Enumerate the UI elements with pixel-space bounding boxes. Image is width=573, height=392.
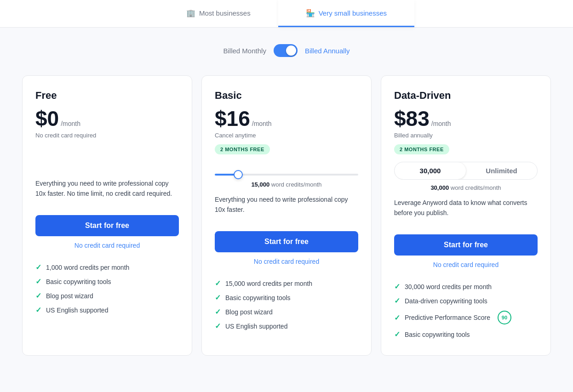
dd-feature-4: ✓ Basic copywriting tools	[394, 327, 538, 341]
data-driven-price-amount: $83	[394, 108, 430, 129]
free-features-list: ✓ 1,000 word credits per month ✓ Basic c…	[35, 260, 179, 317]
dd-feature-4-text: Basic copywriting tools	[405, 331, 470, 338]
free-feature-4-text: US English supported	[46, 307, 108, 314]
check-icon-1: ✓	[35, 263, 41, 272]
check-icon-d4: ✓	[394, 330, 400, 339]
basic-price-note: Cancel anytime	[215, 132, 358, 139]
data-driven-cta-button[interactable]: Start for free	[394, 234, 538, 256]
check-icon-d3: ✓	[394, 313, 400, 322]
free-feature-4: ✓ US English supported	[35, 303, 179, 317]
basic-feature-1-text: 15,000 word credits per month	[225, 280, 312, 287]
free-plan-name: Free	[35, 90, 179, 102]
billed-annually-label: Billed Annually	[305, 47, 350, 55]
check-icon-d1: ✓	[394, 282, 400, 291]
slider-value: 15,000	[251, 181, 269, 188]
check-icon-d2: ✓	[394, 296, 400, 305]
basic-price-period: /month	[252, 120, 272, 127]
basic-feature-3: ✓ Blog post wizard	[215, 305, 358, 319]
tab-very-small-businesses-label: Very small businesses	[319, 9, 387, 17]
billed-monthly-label: Billed Monthly	[223, 47, 266, 55]
check-icon-b3: ✓	[215, 307, 221, 316]
check-icon-3: ✓	[35, 291, 41, 300]
free-price-amount: $0	[35, 108, 59, 129]
dd-feature-1-text: 30,000 word credits per month	[405, 283, 492, 290]
data-driven-badge: 2 MONTHS FREE	[394, 144, 449, 154]
page-container: 🏢 Most businesses 🏪 Very small businesse…	[0, 0, 573, 374]
credit-btn-30k[interactable]: 30,000	[395, 162, 466, 179]
basic-feature-4: ✓ US English supported	[215, 319, 358, 333]
tab-most-businesses[interactable]: 🏢 Most businesses	[159, 0, 278, 27]
dd-feature-2-text: Data-driven copywriting tools	[405, 297, 487, 305]
basic-feature-2-text: Basic copywriting tools	[225, 294, 291, 301]
data-driven-price-row: $83 /month	[394, 108, 538, 129]
tab-very-small-businesses[interactable]: 🏪 Very small businesses	[278, 0, 414, 27]
free-feature-2-text: Basic copywriting tools	[46, 278, 111, 285]
data-driven-credits-label: 30,000 word credits/month	[394, 184, 538, 191]
check-icon-b1: ✓	[215, 279, 221, 288]
slider-label: 15,000 word credits/month	[215, 181, 358, 188]
data-driven-plan-card: Data-Driven $83 /month Billed annually 2…	[381, 75, 551, 356]
free-price-spacer	[35, 144, 179, 172]
check-icon-b2: ✓	[215, 293, 221, 302]
basic-price-amount: $16	[215, 108, 250, 129]
credits-slider[interactable]	[215, 174, 358, 176]
check-icon-2: ✓	[35, 277, 41, 286]
free-feature-3-text: Blog post wizard	[46, 292, 93, 300]
basic-feature-2: ✓ Basic copywriting tools	[215, 290, 358, 305]
cards-container: Free $0 /month No credit card required E…	[0, 71, 573, 374]
basic-plan-description: Everything you need to write professiona…	[215, 194, 358, 220]
dd-feature-3: ✓ Predictive Performance Score 90	[394, 308, 538, 327]
tab-bar: 🏢 Most businesses 🏪 Very small businesse…	[0, 0, 573, 28]
free-no-cc-link[interactable]: No credit card required	[35, 242, 179, 249]
billing-toggle[interactable]	[274, 44, 298, 57]
data-driven-plan-description: Leverage Anyword data to know what conve…	[394, 198, 538, 223]
data-driven-credits-sublabel: word credits/month	[451, 184, 501, 191]
data-driven-plan-name: Data-Driven	[394, 90, 538, 102]
basic-badge: 2 MONTHS FREE	[215, 144, 270, 154]
credit-selector: 30,000 Unlimited	[394, 162, 538, 180]
free-plan-description: Everything you need to write professiona…	[35, 178, 179, 204]
toggle-knob	[286, 45, 296, 56]
data-driven-features-list: ✓ 30,000 word credits per month ✓ Data-d…	[394, 279, 538, 341]
slider-container	[215, 169, 358, 177]
dd-feature-1: ✓ 30,000 word credits per month	[394, 279, 538, 294]
basic-feature-3-text: Blog post wizard	[225, 308, 273, 316]
dd-feature-2: ✓ Data-driven copywriting tools	[394, 294, 538, 308]
very-small-businesses-icon: 🏪	[306, 8, 315, 17]
free-feature-1: ✓ 1,000 word credits per month	[35, 260, 179, 274]
free-price-row: $0 /month	[35, 108, 179, 129]
free-feature-3: ✓ Blog post wizard	[35, 289, 179, 303]
data-driven-credits-value: 30,000	[430, 184, 449, 191]
free-feature-1-text: 1,000 word credits per month	[46, 264, 129, 271]
most-businesses-icon: 🏢	[186, 8, 195, 17]
free-feature-2: ✓ Basic copywriting tools	[35, 274, 179, 289]
free-cta-button[interactable]: Start for free	[35, 215, 179, 236]
free-price-note: No credit card required	[35, 132, 179, 139]
credit-btn-unlimited[interactable]: Unlimited	[466, 162, 537, 179]
predictive-score-badge: 90	[498, 311, 511, 324]
dd-feature-3-text: Predictive Performance Score	[405, 314, 490, 321]
basic-cta-button[interactable]: Start for free	[215, 231, 358, 252]
basic-features-list: ✓ 15,000 word credits per month ✓ Basic …	[215, 276, 358, 333]
data-driven-no-cc-link[interactable]: No credit card required	[394, 261, 538, 268]
check-icon-b4: ✓	[215, 322, 221, 330]
basic-feature-1: ✓ 15,000 word credits per month	[215, 276, 358, 290]
free-price-period: /month	[61, 120, 80, 127]
data-driven-price-period: /month	[431, 120, 451, 127]
check-icon-4: ✓	[35, 306, 41, 314]
basic-feature-4-text: US English supported	[225, 323, 287, 330]
billing-toggle-section: Billed Monthly Billed Annually	[0, 28, 573, 71]
data-driven-price-note: Billed annually	[394, 132, 538, 139]
free-plan-card: Free $0 /month No credit card required E…	[22, 75, 192, 356]
basic-plan-name: Basic	[215, 90, 358, 102]
basic-no-cc-link[interactable]: No credit card required	[215, 258, 358, 265]
basic-price-row: $16 /month	[215, 108, 358, 129]
tab-most-businesses-label: Most businesses	[199, 9, 251, 17]
basic-plan-card: Basic $16 /month Cancel anytime 2 MONTHS…	[201, 75, 372, 356]
